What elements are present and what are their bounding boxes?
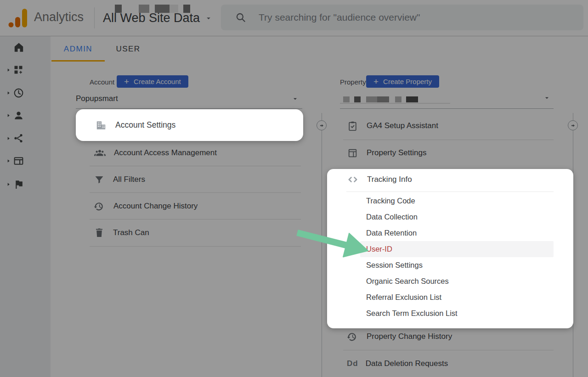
building-icon bbox=[95, 119, 107, 131]
spotlight-account-settings[interactable]: Account Settings bbox=[76, 109, 303, 141]
tracking-item-user-id[interactable]: User-ID bbox=[360, 241, 554, 257]
tracking-item-organic-search-sources[interactable]: Organic Search Sources bbox=[327, 273, 573, 289]
tracking-item-data-retention[interactable]: Data Retention bbox=[327, 225, 573, 241]
spotlight-tracking-info: Tracking Info Tracking Code Data Collect… bbox=[327, 169, 573, 328]
tracking-divider bbox=[346, 191, 554, 192]
tracking-info-label: Tracking Info bbox=[367, 175, 412, 184]
tracking-item-session-settings[interactable]: Session Settings bbox=[327, 257, 573, 273]
code-icon bbox=[346, 173, 359, 186]
ga-admin-screen: Analytics All Web Site Data Try searchin… bbox=[0, 0, 588, 377]
account-settings-label: Account Settings bbox=[115, 120, 175, 130]
tracking-item-tracking-code[interactable]: Tracking Code bbox=[327, 193, 573, 209]
tracking-info-row[interactable]: Tracking Info bbox=[327, 169, 573, 190]
tracking-item-data-collection[interactable]: Data Collection bbox=[327, 209, 573, 225]
tracking-item-referral-exclusion-list[interactable]: Referral Exclusion List bbox=[327, 289, 573, 305]
tracking-item-search-term-exclusion-list[interactable]: Search Term Exclusion List bbox=[327, 305, 573, 321]
